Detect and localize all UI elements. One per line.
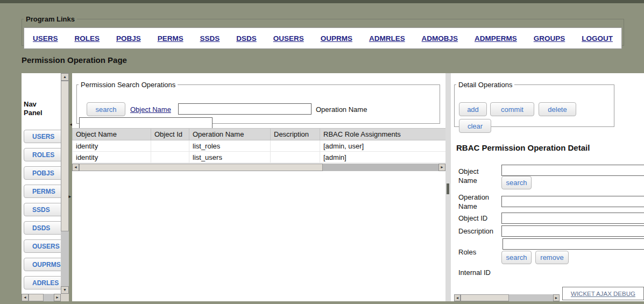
scroll-left-icon[interactable]: ◄ [454, 294, 461, 301]
commit-button[interactable]: commit [490, 102, 534, 116]
col-header-description[interactable]: Description [271, 129, 320, 140]
nav-link-admrles[interactable]: ADMRLES [369, 34, 405, 43]
internal-id-label: Internal ID [458, 268, 498, 277]
cell-role-assignments: [admin, user] [320, 140, 446, 152]
nav-link-roles[interactable]: ROLES [74, 34, 100, 43]
wicket-debug-box: WICKET AJAX DEBUG [562, 287, 644, 300]
description-label: Description [458, 227, 498, 236]
cell-role-assignments: [admin] [320, 152, 446, 163]
operation-name-label: Operation Name [458, 193, 498, 211]
scroll-up-icon[interactable]: ▲ [61, 73, 69, 81]
nav-link-ssds[interactable]: SSDS [200, 34, 220, 43]
permission-search-panel: Permission Search Operations search Obje… [72, 73, 445, 301]
nav-hscroll-thumb[interactable] [29, 294, 44, 301]
scroll-right-icon[interactable]: ► [438, 164, 445, 171]
operation-name-label: Operation Name [316, 105, 367, 114]
object-name-sort-link[interactable]: Object Name [130, 105, 171, 114]
roles-search-button[interactable]: search [501, 251, 532, 264]
cell-object-id [151, 152, 189, 163]
nav-scroll-corner [61, 294, 69, 301]
nav-panel: Nav Panel USERS ROLES POBJS PERMS SSDS D… [22, 73, 69, 301]
object-id-label: Object ID [458, 214, 498, 223]
nav-link-users[interactable]: USERS [33, 34, 58, 43]
detail-description-input[interactable] [501, 225, 644, 237]
cell-description [271, 152, 320, 163]
scroll-left-icon[interactable]: ◄ [72, 164, 79, 171]
roles-label: Roles [458, 248, 498, 257]
scroll-down-icon[interactable]: ▼ [61, 286, 69, 294]
top-bar [0, 0, 644, 3]
cell-operation-name: list_roles [189, 140, 271, 152]
col-header-object-name[interactable]: Object Name [73, 129, 151, 140]
nav-link-pobjs[interactable]: POBJS [116, 34, 141, 43]
detail-panel: Detail Operations add commit delete clea… [451, 73, 644, 301]
search-button[interactable]: search [87, 102, 125, 116]
detail-object-name-input[interactable] [501, 165, 644, 176]
table-row[interactable]: identity list_roles [admin, user] [73, 140, 446, 152]
detail-hscroll-thumb[interactable] [461, 294, 509, 301]
nav-horizontal-scrollbar[interactable]: ◄ ► [22, 294, 61, 301]
detail-roles-input[interactable] [503, 238, 644, 250]
cell-object-name: identity [73, 152, 151, 163]
scroll-right-icon[interactable]: ► [54, 294, 61, 301]
col-header-object-id[interactable]: Object Id [151, 129, 189, 140]
cell-object-id [151, 140, 189, 152]
nav-link-logout[interactable]: LOGOUT [582, 34, 613, 43]
scroll-right-icon[interactable]: ► [553, 294, 560, 301]
nav-link-ouprms[interactable]: OUPRMS [321, 34, 352, 43]
wicket-ajax-debug-link[interactable]: WICKET AJAX DEBUG [571, 291, 635, 297]
permission-results-table: Object Name Object Id Operation Name Des… [72, 128, 445, 163]
program-links-fieldset: Program Links USERS ROLES POBJS PERMS SS… [22, 15, 624, 46]
nav-link-admobjs[interactable]: ADMOBJS [422, 34, 458, 43]
nav-link-dsds[interactable]: DSDS [236, 34, 257, 43]
nav-link-ousers[interactable]: OUSERS [273, 34, 304, 43]
col-header-operation-name[interactable]: Operation Name [189, 129, 271, 140]
delete-button[interactable]: delete [539, 102, 576, 116]
permission-search-fieldset: Permission Search Operations search Obje… [76, 81, 440, 124]
object-name-search-input[interactable] [178, 103, 312, 115]
detail-heading: RBAC Permission Operation Detail [456, 143, 590, 152]
permission-operation-page: Program Links USERS ROLES POBJS PERMS SS… [0, 0, 644, 304]
detail-operation-name-input[interactable] [501, 196, 644, 207]
divider-drag-handle[interactable] [447, 183, 449, 194]
cell-object-name: identity [73, 140, 151, 152]
nav-vscroll-thumb[interactable] [61, 81, 69, 231]
table-horizontal-scrollbar[interactable]: ◄ ► [72, 164, 445, 171]
page-title: Permission Operation Page [22, 55, 127, 65]
col-header-role-assignments[interactable]: RBAC Role Assignments [320, 129, 446, 140]
clear-button[interactable]: clear [459, 119, 491, 133]
detail-horizontal-scrollbar[interactable]: ◄ ► [454, 294, 560, 301]
detail-operations-legend: Detail Operations [456, 81, 514, 89]
object-name-search-button[interactable]: search [501, 176, 532, 189]
cell-description [271, 140, 320, 152]
table-header-row: Object Name Object Id Operation Name Des… [73, 129, 446, 140]
detail-operations-fieldset: Detail Operations add commit delete clea… [454, 81, 614, 127]
permission-search-legend: Permission Search Operations [79, 81, 178, 89]
roles-remove-button[interactable]: remove [535, 251, 569, 264]
cell-operation-name: list_users [189, 152, 271, 163]
object-name-label: Object Name [458, 167, 498, 185]
program-links-bar: USERS ROLES POBJS PERMS SSDS DSDS OUSERS… [24, 27, 622, 49]
nav-panel-title: Nav Panel [24, 100, 48, 117]
panel-divider [445, 73, 451, 301]
nav-vertical-scrollbar[interactable]: ▲ ▼ [61, 73, 69, 294]
add-button[interactable]: add [459, 102, 487, 116]
expand-right-icon[interactable]: ► [68, 195, 72, 199]
nav-link-admperms[interactable]: ADMPERMS [475, 34, 517, 43]
operation-name-search-input[interactable] [79, 117, 213, 129]
table-row[interactable]: identity list_users [admin] [73, 152, 446, 163]
scroll-left-icon[interactable]: ◄ [22, 294, 29, 301]
program-links-legend: Program Links [24, 15, 77, 23]
table-hscroll-thumb[interactable] [79, 164, 323, 171]
nav-link-groups[interactable]: GROUPS [534, 34, 565, 43]
nav-link-perms[interactable]: PERMS [158, 34, 183, 43]
detail-object-id-input[interactable] [501, 213, 644, 224]
